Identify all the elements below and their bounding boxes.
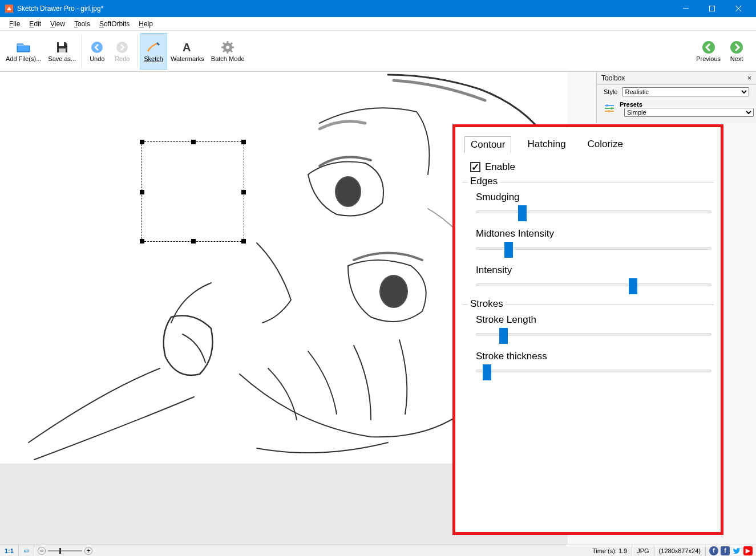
svg-point-8 xyxy=(116,42,128,53)
svg-point-29 xyxy=(608,110,610,112)
redo-button: Redo xyxy=(110,33,135,70)
tab-colorize[interactable]: Colorize xyxy=(582,136,629,153)
enable-checkbox[interactable]: ✓ Enable xyxy=(470,161,714,173)
zoom-out-button[interactable]: − xyxy=(38,547,46,555)
checkbox-icon: ✓ xyxy=(470,162,480,172)
maximize-button[interactable] xyxy=(699,0,725,17)
twitter-icon[interactable] xyxy=(732,546,741,555)
menu-bar: File Edit View Tools SoftOrbits Help xyxy=(0,17,756,31)
fit-screen-icon[interactable]: ▭ xyxy=(19,545,34,556)
selection-handle-n[interactable] xyxy=(191,140,196,144)
gear-icon xyxy=(220,39,236,55)
batch-mode-button[interactable]: Batch Mode xyxy=(208,33,248,70)
svg-text:A: A xyxy=(183,41,191,54)
edges-group: Edges Smudging Midtones Intensity Intens… xyxy=(462,182,714,291)
toolbox-title: Toolbox xyxy=(601,74,625,82)
stroke-thickness-slider[interactable] xyxy=(476,364,711,377)
add-files-label: Add File(s)... xyxy=(6,55,41,62)
previous-label: Previous xyxy=(696,55,721,62)
svg-point-20 xyxy=(702,41,715,54)
panel-tabs: Contour Hatching Colorize xyxy=(462,136,714,153)
intensity-label: Intensity xyxy=(476,265,711,276)
previous-button[interactable]: Previous xyxy=(693,33,724,70)
svg-line-19 xyxy=(231,43,232,44)
separator xyxy=(82,35,82,68)
presets-select[interactable]: Simple xyxy=(624,108,754,117)
selection-handle-sw[interactable] xyxy=(140,239,144,243)
zoom-in-button[interactable]: + xyxy=(84,547,92,555)
svg-point-22 xyxy=(335,177,361,206)
smudging-slider[interactable] xyxy=(476,205,711,218)
undo-icon xyxy=(89,39,105,55)
close-button[interactable] xyxy=(725,0,751,17)
watermarks-icon: A xyxy=(179,39,195,55)
svg-point-25 xyxy=(606,104,608,107)
batch-mode-label: Batch Mode xyxy=(211,55,245,62)
selection-handle-s[interactable] xyxy=(191,239,196,243)
save-as-button[interactable]: Save as... xyxy=(45,33,79,70)
style-select[interactable]: Realistic xyxy=(622,87,749,96)
previous-icon xyxy=(701,39,717,55)
intensity-slider[interactable] xyxy=(476,278,711,291)
svg-rect-2 xyxy=(710,6,715,11)
toolbox-header: Toolbox × xyxy=(597,72,756,85)
stroke-length-slider[interactable] xyxy=(476,328,711,340)
tab-hatching[interactable]: Hatching xyxy=(521,136,571,153)
app-icon xyxy=(5,4,14,13)
midtones-slider[interactable] xyxy=(476,242,711,254)
watermarks-label: Watermarks xyxy=(171,55,204,62)
menu-view[interactable]: View xyxy=(46,19,70,29)
svg-line-16 xyxy=(223,43,225,44)
facebook-round-icon[interactable]: f xyxy=(709,546,718,555)
svg-point-7 xyxy=(91,42,103,53)
selection-box[interactable] xyxy=(142,141,244,242)
youtube-icon[interactable]: ▶ xyxy=(743,546,753,555)
svg-rect-6 xyxy=(59,48,66,52)
next-label: Next xyxy=(730,55,743,62)
svg-rect-5 xyxy=(59,42,64,46)
sketch-button[interactable]: Sketch xyxy=(140,33,167,70)
toolbar: Add File(s)... Save as... Undo Redo Sket… xyxy=(0,31,756,72)
menu-edit[interactable]: Edit xyxy=(25,19,46,29)
selection-handle-ne[interactable] xyxy=(241,140,246,144)
title-bar: Sketch Drawer Pro - girl.jpg* xyxy=(0,0,756,17)
zoom-slider[interactable] xyxy=(48,550,82,551)
contour-panel: Contour Hatching Colorize ✓ Enable Edges… xyxy=(452,124,723,535)
redo-icon xyxy=(114,39,130,55)
menu-file[interactable]: File xyxy=(5,19,25,29)
selection-handle-e[interactable] xyxy=(241,190,246,194)
status-bar: 1:1 ▭ − + Time (s): 1.9 JPG (1280x877x24… xyxy=(0,545,756,556)
menu-softorbits[interactable]: SoftOrbits xyxy=(95,19,134,29)
minimize-button[interactable] xyxy=(673,0,699,17)
window-title: Sketch Drawer Pro - girl.jpg* xyxy=(17,5,673,13)
stroke-length-label: Stroke Length xyxy=(476,314,711,326)
add-files-button[interactable]: Add File(s)... xyxy=(2,33,45,70)
menu-help[interactable]: Help xyxy=(134,19,157,29)
selection-handle-nw[interactable] xyxy=(140,140,144,144)
tab-contour[interactable]: Contour xyxy=(464,136,511,153)
strokes-group: Strokes Stroke Length Stroke thickness xyxy=(462,305,714,377)
style-label: Style xyxy=(604,88,617,95)
redo-label: Redo xyxy=(115,55,130,62)
enable-label: Enable xyxy=(485,161,515,173)
strokes-label: Strokes xyxy=(468,298,506,310)
zoom-ratio[interactable]: 1:1 xyxy=(0,545,19,556)
toolbox-close-icon[interactable]: × xyxy=(747,74,751,82)
status-time: Time (s): 1.9 xyxy=(588,545,632,556)
watermarks-button[interactable]: A Watermarks xyxy=(167,33,208,70)
next-icon xyxy=(729,39,745,55)
menu-tools[interactable]: Tools xyxy=(70,19,95,29)
selection-handle-se[interactable] xyxy=(241,239,246,243)
midtones-label: Midtones Intensity xyxy=(476,228,711,240)
sketch-icon xyxy=(145,39,161,55)
undo-button[interactable]: Undo xyxy=(84,33,110,70)
smudging-label: Smudging xyxy=(476,192,711,203)
svg-point-23 xyxy=(380,275,407,307)
edges-label: Edges xyxy=(468,176,500,187)
separator xyxy=(137,35,138,68)
facebook-icon[interactable]: f xyxy=(721,546,730,555)
selection-handle-w[interactable] xyxy=(140,190,144,194)
save-icon xyxy=(54,39,70,55)
svg-point-11 xyxy=(226,46,229,49)
next-button[interactable]: Next xyxy=(724,33,749,70)
